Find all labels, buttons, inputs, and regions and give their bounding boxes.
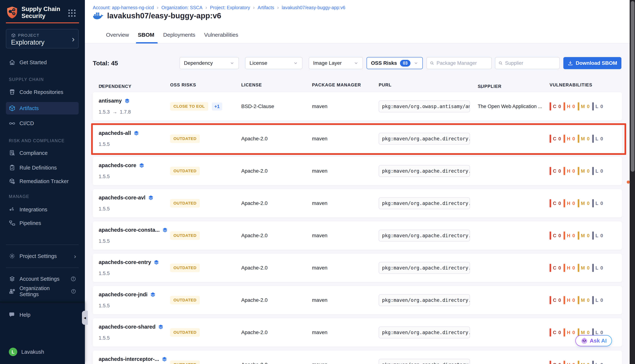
purl-value[interactable]: pkg:maven/org.apache.directory.s… — [379, 294, 470, 306]
brand[interactable]: Supply ChainSecurity — [6, 6, 60, 20]
supplier-search[interactable] — [495, 57, 560, 69]
license-filter-dropdown[interactable]: License — [245, 57, 302, 69]
critical-count: C0 — [550, 232, 561, 240]
compliance-doc-search-icon — [9, 150, 16, 156]
table-row-apacheds-core-jndi[interactable]: apacheds-core-jndi1.5.5 OUTDATED Apache-… — [93, 286, 622, 314]
sidebar-item-label: Rule Definitions — [20, 165, 57, 171]
layers-icon — [134, 130, 139, 136]
purl-value[interactable]: pkg:maven/org.apache.directory.s… — [379, 230, 470, 242]
sidebar-footer: ? Help L Lavakush — [0, 303, 85, 364]
sidebar: Supply ChainSecurity PROJECT Exploratory… — [0, 0, 85, 364]
download-sbom-button[interactable]: Download SBOM — [563, 57, 621, 69]
vulnerability-counts: C0 H0 M0 L0 — [550, 124, 603, 153]
license-value: Apache-2.0 — [241, 157, 268, 185]
high-count: H0 — [563, 232, 575, 240]
annotation-dot[interactable] — [627, 180, 630, 184]
breadcrumb-organization[interactable]: Organization: SSCA — [161, 5, 202, 10]
oss-risks-filter-dropdown[interactable]: OSS Risks 03 — [367, 57, 423, 69]
sidebar-item-help[interactable]: ? Help — [6, 310, 79, 320]
more-risks-chip[interactable]: +1 — [212, 102, 222, 110]
tab-vulnerabilities[interactable]: Vulnerabilities — [204, 32, 238, 38]
low-count: L0 — [592, 361, 603, 364]
table-row-apacheds-core-shared[interactable]: apacheds-core-shared1.5.5 OUTDATED Apach… — [93, 318, 622, 346]
table-row-apacheds-all[interactable]: apacheds-all1.5.5 OUTDATED Apache-2.0 ma… — [93, 124, 622, 153]
sidebar-collapse-handle[interactable]: ◀ — [82, 311, 88, 325]
brand-line2: Security — [22, 12, 60, 20]
table-row-apacheds-core-constants[interactable]: apacheds-core-consta...1.5.5 OUTDATED Ap… — [93, 222, 622, 250]
sidebar-item-label: Code Repositories — [20, 89, 63, 95]
medium-count: M0 — [578, 135, 590, 143]
sidebar-item-integrations[interactable]: Integrations — [6, 204, 79, 215]
supplier-value: The Open Web Application ... — [478, 92, 546, 120]
purl-value[interactable]: pkg:maven/org.apache.directory.s… — [379, 326, 470, 338]
dependency-version: 1.5.5 — [99, 174, 110, 180]
supplier-value — [478, 124, 546, 153]
package-manager-search[interactable] — [427, 57, 492, 69]
sidebar-item-get-started[interactable]: Get Started — [6, 57, 79, 68]
breadcrumb-artifacts[interactable]: Artifacts — [258, 5, 274, 10]
sidebar-item-artifacts[interactable]: Artifacts — [6, 102, 79, 114]
package-manager-search-input[interactable] — [437, 60, 488, 66]
license-value: Apache-2.0 — [241, 318, 268, 346]
sidebar-item-organization-settings[interactable]: Organization Settings — [6, 286, 79, 296]
table-row-apacheds-core[interactable]: apacheds-core1.5.5 OUTDATED Apache-2.0 m… — [93, 157, 622, 185]
image-layer-filter-dropdown[interactable]: Image Layer — [309, 57, 363, 69]
license-value: Apache-2.0 — [241, 286, 268, 314]
low-count: L0 — [592, 135, 603, 143]
column-vulnerabilities: VULNERABILITIES — [550, 82, 592, 88]
tab-sbom[interactable]: SBOM — [138, 32, 154, 38]
table-row-antisamy[interactable]: antisamy 1.5.3→1.7.8 CLOSE TO EOL+1 BSD-… — [93, 92, 622, 120]
sidebar-item-compliance[interactable]: Compliance — [6, 148, 79, 158]
ask-ai-button[interactable]: Ask AI — [575, 335, 612, 346]
high-count: H0 — [563, 328, 575, 336]
purl-value[interactable]: pkg:maven/org.apache.directory.s… — [379, 359, 470, 364]
sidebar-item-code-repositories[interactable]: Code Repositories — [6, 87, 79, 97]
low-count: L0 — [592, 167, 603, 175]
purl-value[interactable]: pkg:maven/org.apache.directory.s… — [379, 198, 470, 209]
download-sbom-label: Download SBOM — [576, 60, 617, 66]
sidebar-item-account-settings[interactable]: Account Settings — [6, 274, 79, 284]
high-count: H0 — [563, 199, 575, 207]
breadcrumb-account[interactable]: Account: app-harness-ng-cicd — [93, 5, 154, 10]
tab-deployments[interactable]: Deployments — [163, 32, 195, 38]
download-icon — [568, 60, 573, 66]
layers-icon — [162, 356, 167, 362]
sidebar-item-cicd[interactable]: CI/CD — [6, 118, 79, 128]
scrollbar-thumb[interactable] — [631, 1, 634, 172]
page-title: lavakush07/easy-buggy-app:v6 — [107, 12, 221, 20]
chevron-right-icon: › — [72, 34, 75, 44]
sidebar-item-pipelines[interactable]: Pipelines — [6, 218, 79, 228]
dependency-filter-dropdown[interactable]: Dependency — [179, 57, 239, 69]
high-count: H0 — [563, 167, 575, 175]
sidebar-item-remediation-tracker[interactable]: Remediation Tracker — [6, 176, 79, 186]
user-menu[interactable]: L Lavakush — [6, 347, 79, 357]
table-row-apacheds-core-entry[interactable]: apacheds-core-entry1.5.5 OUTDATED Apache… — [93, 254, 622, 282]
scrollbar-track[interactable] — [630, 0, 635, 364]
tab-overview[interactable]: Overview — [106, 32, 129, 38]
critical-count: C0 — [550, 102, 561, 110]
sidebar-item-rule-definitions[interactable]: Rule Definitions — [6, 162, 79, 173]
purl-value[interactable]: pkg:maven/org.apache.directory.s… — [379, 165, 470, 177]
critical-count: C0 — [550, 167, 561, 175]
low-count: L0 — [592, 102, 603, 110]
critical-count: C0 — [550, 296, 561, 304]
sidebar-item-project-settings[interactable]: Project Settings › — [6, 251, 79, 261]
medium-count: M0 — [578, 361, 590, 364]
project-selector[interactable]: PROJECT Exploratory › — [6, 29, 79, 48]
home-icon — [9, 59, 16, 66]
purl-value[interactable]: pkg:maven/org.apache.directory.s… — [379, 133, 470, 144]
purl-value[interactable]: pkg:maven/org.owasp.antisamy/ant… — [379, 100, 470, 112]
breadcrumb-project[interactable]: Project: Exploratory — [210, 5, 250, 10]
dependency-version: 1.5.5 — [99, 142, 110, 147]
purl-value[interactable]: pkg:maven/org.apache.directory.s… — [379, 262, 470, 274]
module-switcher-icon[interactable] — [68, 10, 76, 17]
dependency-name: apacheds-core-shared — [99, 324, 155, 330]
table-row-apacheds-interceptor[interactable]: apacheds-interceptor-...1.5.5 OUTDATED A… — [93, 350, 622, 364]
breadcrumb-artifact-name[interactable]: lavakush07/easy-buggy-app:v6 — [282, 5, 345, 10]
image-layer-filter-label: Image Layer — [313, 60, 342, 66]
risk-badge: OUTDATED — [170, 167, 200, 175]
supplier-search-input[interactable] — [505, 60, 556, 66]
clipboard-check-icon — [9, 164, 16, 171]
project-cube-icon — [11, 33, 16, 38]
table-row-apacheds-core-avl[interactable]: apacheds-core-avl1.5.5 OUTDATED Apache-2… — [93, 189, 622, 218]
